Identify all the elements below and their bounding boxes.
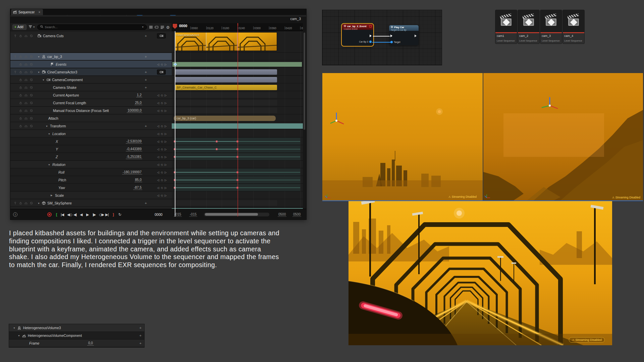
asset-tile-cam_2[interactable]: cam_2Level Sequence — [518, 10, 539, 44]
transport-button[interactable]: ◀| — [73, 212, 76, 217]
track-row-transform[interactable]: ▼Transform+◁◇▷ — [10, 122, 172, 130]
exec-output-pin-glyph[interactable] — [415, 35, 417, 37]
loop-icon[interactable]: ↻ — [118, 212, 121, 217]
chevron-down-icon[interactable]: ▼ — [142, 26, 144, 28]
lock-icon[interactable] — [19, 117, 22, 120]
track-row-sm-skysphere[interactable]: ▼SM_SkySphere+ — [10, 199, 172, 207]
track-value[interactable]: 25,0 — [135, 101, 142, 105]
lock-icon[interactable] — [19, 101, 22, 105]
add-section-icon[interactable]: + — [145, 70, 147, 74]
lock-icon[interactable] — [19, 70, 22, 74]
track-row-x[interactable]: X-2,530109◁◇▷ — [10, 138, 172, 145]
custom-event-node[interactable]: car_bp_3_Event Custom Event Car Bp 3 — [342, 24, 373, 46]
lock-icon[interactable] — [19, 109, 22, 112]
track-row-cameracomponent[interactable]: ▼CameraComponent+ — [10, 76, 172, 83]
expander-open-icon[interactable]: ▼ — [38, 202, 40, 204]
add-section-icon[interactable]: + — [145, 78, 147, 82]
track-value[interactable]: 0,0 — [87, 341, 94, 346]
range-end-bracket[interactable]: ] — [113, 213, 114, 217]
block-icon[interactable] — [30, 109, 33, 112]
block-icon[interactable] — [30, 201, 33, 205]
asset-tile-cam_4[interactable]: cam_4Level Sequence — [563, 10, 584, 44]
expander-open-icon[interactable]: ▼ — [48, 163, 50, 166]
list-view-icon[interactable] — [160, 24, 164, 30]
add-section-icon[interactable]: + — [145, 55, 147, 59]
add-button[interactable]: + Add — [12, 24, 26, 30]
record-button[interactable] — [47, 212, 52, 217]
pin-icon[interactable] — [14, 70, 17, 74]
viewport-right[interactable]: ⚠Streaming Disabled — [483, 73, 643, 200]
keyframe-nav-arrows[interactable]: ◁◇▷ — [157, 132, 168, 135]
expander-open-icon[interactable]: ▼ — [48, 132, 50, 135]
transport-button[interactable]: ▶| — [105, 212, 108, 217]
track-value[interactable]: -2,530109 — [126, 139, 142, 143]
volume-track-row-heterogeneousvolume3[interactable]: ▼HeterogeneousVolume3+ — [9, 324, 144, 332]
camera-lock-button[interactable] — [157, 69, 166, 74]
track-value[interactable]: -5,251081 — [126, 155, 142, 159]
track-row-manual-focus-distance-focus-sett[interactable]: Manual Focus Distance (Focus Sett100000,… — [10, 107, 172, 114]
transport-button[interactable]: |◀ — [61, 212, 64, 217]
transport-button[interactable]: ◀◇ — [67, 212, 72, 217]
track-row-yaw[interactable]: Yaw-87,5◁◇▷ — [10, 184, 172, 191]
pin-icon[interactable] — [14, 34, 17, 38]
block-icon[interactable] — [30, 101, 33, 105]
event-binding-icon[interactable] — [369, 25, 372, 27]
keyframe-nav-arrows[interactable]: ◁◇▷ — [157, 171, 168, 174]
lock-icon[interactable] — [19, 201, 22, 205]
search-input[interactable]: Search... ▼ — [37, 24, 147, 30]
close-icon[interactable]: × — [38, 10, 40, 14]
block-icon[interactable] — [30, 55, 33, 58]
track-row-z[interactable]: Z-5,251081◁◇▷ — [10, 153, 172, 161]
volume-track-row-frame[interactable]: Frame0,0+ — [9, 340, 144, 347]
expander-closed-icon[interactable]: ▶ — [51, 194, 52, 197]
block-icon[interactable] — [30, 86, 33, 89]
asset-tile-cam1[interactable]: cam1Level Sequence — [495, 10, 517, 44]
track-row-current-focal-length[interactable]: Current Focal Length25,0◁◇▷ — [10, 99, 172, 107]
track-row-camera-shake[interactable]: Camera Shake+ — [10, 84, 172, 91]
headphones-icon[interactable] — [24, 201, 28, 205]
add-section-icon[interactable]: + — [140, 334, 142, 338]
block-icon[interactable] — [30, 117, 33, 120]
camera-shake-section[interactable]: BP_Cinematic_Car_Chase_C — [175, 85, 277, 90]
expander-open-icon[interactable]: ▼ — [42, 78, 45, 81]
track-value[interactable]: 85,0 — [135, 178, 142, 182]
expander-open-icon[interactable]: ▼ — [38, 71, 40, 73]
exec-output-pin[interactable] — [370, 35, 372, 37]
lock-icon[interactable] — [19, 63, 22, 66]
keyframe-nav-arrows[interactable]: ◁◇▷ — [157, 140, 168, 143]
range-end-value[interactable]: 0500 — [292, 212, 301, 217]
track-row-current-aperture[interactable]: Current Aperture1,2◁◇▷ — [10, 92, 172, 99]
track-row-y[interactable]: Y-0,443389◁◇▷ — [10, 145, 172, 153]
track-value[interactable]: 1,2 — [136, 93, 142, 97]
transport-button[interactable]: |▶ — [93, 212, 96, 217]
exec-input-pin[interactable] — [390, 35, 392, 37]
keyframe-nav-arrows[interactable]: ◁◇▷ — [157, 63, 168, 66]
expander-open-icon[interactable]: ▼ — [38, 55, 40, 58]
section-bar[interactable] — [175, 69, 277, 75]
add-section-icon[interactable]: + — [145, 34, 147, 38]
keyframe-nav-arrows[interactable]: ◁◇▷ — [157, 124, 168, 127]
track-row-cinecameraactor3[interactable]: ▼CineCameraActor3+ — [10, 68, 172, 76]
block-icon[interactable] — [30, 124, 33, 128]
lock-icon[interactable] — [19, 78, 22, 81]
track-value[interactable]: -180,199997 — [122, 170, 142, 174]
camera-cut-thumbnail[interactable] — [206, 33, 237, 51]
add-section-icon[interactable]: + — [145, 85, 147, 89]
block-icon[interactable] — [30, 78, 33, 81]
pin-icon[interactable] — [14, 201, 17, 205]
track-row-pitch[interactable]: Pitch85,0◁◇▷ — [10, 176, 172, 184]
track-value[interactable]: -0,443389 — [126, 147, 142, 151]
keyframe-nav-arrows[interactable]: ◁◇▷ — [157, 101, 168, 104]
timeline-vertical-scrollbar[interactable] — [303, 31, 306, 209]
add-section-icon[interactable]: + — [145, 201, 147, 205]
keyframe-nav-arrows[interactable]: ◁◇▷ — [157, 109, 168, 112]
keyframe-nav-arrows[interactable]: ◁◇▷ — [157, 178, 168, 181]
headphones-icon[interactable] — [24, 101, 28, 105]
block-icon[interactable] — [30, 70, 33, 74]
add-section-icon[interactable]: + — [140, 341, 142, 345]
section-bar[interactable] — [175, 77, 277, 82]
headphones-icon[interactable] — [24, 70, 28, 74]
headphones-icon[interactable] — [24, 117, 28, 120]
block-icon[interactable] — [30, 94, 33, 97]
track-row-car-bp-3[interactable]: ▼car_bp_3+ — [10, 53, 172, 60]
